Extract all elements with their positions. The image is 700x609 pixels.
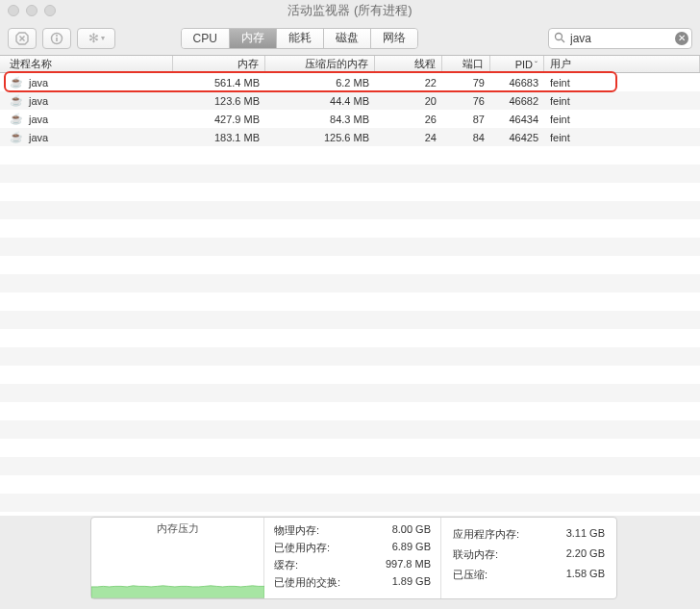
cell-memory: 123.6 MB [173,95,265,107]
tab-memory[interactable]: 内存 [230,29,277,48]
stat-cache: 缓存:997.8 MB [274,558,431,572]
toolbar-left-group: ✻ ▾ [8,28,115,49]
cell-pid: 46425 [490,132,544,143]
cell-ports: 87 [442,114,490,125]
cell-compressed: 44.4 MB [265,95,375,107]
cell-user: feint [544,95,700,107]
cell-compressed: 6.2 MB [265,77,375,89]
process-name: java [29,95,48,107]
java-icon: ☕ [10,76,23,89]
window-controls [8,5,56,16]
memory-pressure-title: 内存压力 [91,518,263,540]
stat-physical: 物理内存:8.00 GB [274,523,431,538]
window-title: 活动监视器 (所有进程) [288,2,412,19]
tab-group: CPU 内存 能耗 磁盘 网络 [181,28,418,49]
stat-app-memory: 应用程序内存:3.11 GB [453,527,605,542]
column-pid[interactable]: PIDˇ [490,56,544,72]
cell-user: feint [544,132,700,143]
minimize-window-button[interactable] [26,5,38,16]
inspect-process-button[interactable] [42,28,71,49]
memory-stats-left: 物理内存:8.00 GB 已使用内存:6.89 GB 缓存:997.8 MB 已… [264,518,441,598]
java-icon: ☕ [10,113,23,126]
gear-icon: ✻ [88,31,99,45]
table-row[interactable]: ☕java561.4 MB6.2 MB227946683feint [0,73,700,91]
cell-user: feint [544,77,700,89]
titlebar: 活动监视器 (所有进程) [0,0,700,21]
column-user[interactable]: 用户 [544,56,700,72]
stat-used: 已使用内存:6.89 GB [274,541,431,555]
cell-compressed: 84.3 MB [265,114,375,125]
memory-stats-right: 应用程序内存:3.11 GB 联动内存:2.20 GB 已压缩:1.58 GB [441,518,616,598]
cell-memory: 561.4 MB [173,77,265,89]
java-icon: ☕ [10,131,23,144]
table-row[interactable]: ☕java123.6 MB44.4 MB207646682feint [0,91,700,110]
stat-compressed: 已压缩:1.58 GB [453,568,605,582]
activity-monitor-window: 活动监视器 (所有进程) ✻ ▾ [0,0,700,609]
memory-summary-panel: 内存压力 物理内存:8.00 GB 已使用内存:6.89 GB 缓存:997.8… [90,517,617,599]
cell-threads: 26 [375,114,442,125]
cell-pid: 46682 [490,95,544,107]
process-name: java [29,77,48,89]
column-compressed[interactable]: 压缩后的内存 [265,56,375,72]
cell-ports: 76 [442,95,490,107]
memory-pressure-section: 内存压力 [91,518,264,598]
java-icon: ☕ [10,94,23,108]
stat-swap: 已使用的交换:1.89 GB [274,575,431,590]
cell-ports: 84 [442,132,490,143]
cell-pid: 46683 [490,77,544,89]
chevron-down-icon: ▾ [101,34,105,42]
column-process-name[interactable]: 进程名称 [0,56,173,72]
stop-icon [15,32,29,45]
svg-point-6 [555,33,562,39]
sort-descending-icon: ˇ [535,60,538,69]
clear-search-button[interactable]: ✕ [675,32,688,45]
process-name: java [29,114,48,125]
cell-compressed: 125.6 MB [265,132,375,143]
svg-line-7 [562,39,564,42]
stop-process-button[interactable] [8,28,37,49]
cell-memory: 427.9 MB [173,114,265,125]
toolbar: ✻ ▾ CPU 内存 能耗 磁盘 网络 ✕ [0,21,700,56]
zoom-window-button[interactable] [44,5,56,16]
svg-point-4 [56,35,58,37]
column-memory[interactable]: 内存 [173,56,265,72]
tab-network[interactable]: 网络 [371,29,417,48]
memory-pressure-chart [91,546,264,598]
process-table: 进程名称 内存 压缩后的内存 线程 端口 PIDˇ 用户 ☕java561.4 … [0,56,700,516]
column-ports[interactable]: 端口 [442,56,490,72]
table-header: 进程名称 内存 压缩后的内存 线程 端口 PIDˇ 用户 [0,56,700,73]
search-icon [554,32,565,46]
tab-disk[interactable]: 磁盘 [324,29,371,48]
stat-wired: 联动内存:2.20 GB [453,547,605,562]
cell-user: feint [544,114,700,125]
process-name: java [29,132,48,143]
cell-threads: 22 [375,77,442,89]
info-icon [50,32,63,45]
cell-threads: 20 [375,95,442,107]
action-menu-button[interactable]: ✻ ▾ [77,28,115,49]
svg-rect-5 [56,38,58,41]
close-window-button[interactable] [8,5,19,16]
table-row[interactable]: ☕java183.1 MB125.6 MB248446425feint [0,128,700,146]
cell-ports: 79 [442,77,490,89]
tab-energy[interactable]: 能耗 [277,29,324,48]
cell-threads: 24 [375,132,442,143]
column-threads[interactable]: 线程 [375,56,442,72]
tab-cpu[interactable]: CPU [182,29,230,48]
cell-memory: 183.1 MB [173,132,265,143]
cell-pid: 46434 [490,114,544,125]
search-input[interactable] [548,28,692,49]
search-field-wrap: ✕ [548,28,692,49]
table-row[interactable]: ☕java427.9 MB84.3 MB268746434feint [0,110,700,128]
